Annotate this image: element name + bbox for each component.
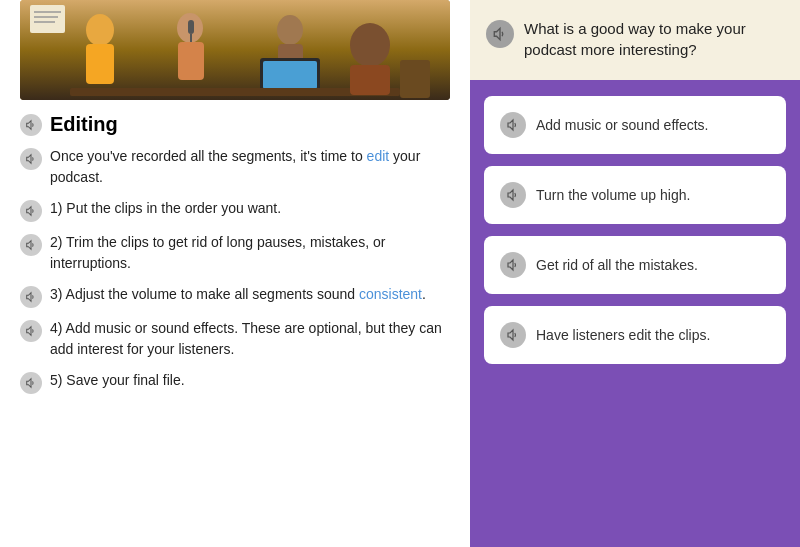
step3-item: 3) Adjust the volume to make all segment… — [20, 284, 450, 308]
step3-sound-icon[interactable] — [20, 286, 42, 308]
answer4-text: Have listeners edit the clips. — [536, 327, 710, 343]
question-sound-icon[interactable] — [486, 20, 514, 48]
heading-sound-icon[interactable] — [20, 114, 42, 136]
svg-rect-14 — [400, 60, 430, 98]
section-heading: Editing — [20, 112, 450, 136]
step5-sound-icon[interactable] — [20, 372, 42, 394]
svg-rect-2 — [86, 44, 114, 84]
answer-option-2[interactable]: Turn the volume up high. — [484, 166, 786, 224]
svg-rect-5 — [188, 20, 194, 34]
answers-area: Add music or sound effects. Turn the vol… — [470, 80, 800, 547]
hero-illustration — [20, 0, 450, 100]
intro-item: Once you've recorded all the segments, i… — [20, 146, 450, 188]
step2-text: 2) Trim the clips to get rid of long pau… — [50, 232, 450, 274]
answer3-sound-icon[interactable] — [500, 252, 526, 278]
step1-text: 1) Put the clips in the order you want. — [50, 198, 281, 219]
step2-sound-icon[interactable] — [20, 234, 42, 256]
answer-option-1[interactable]: Add music or sound effects. — [484, 96, 786, 154]
section-title: Editing — [50, 113, 118, 136]
step4-item: 4) Add music or sound effects. These are… — [20, 318, 450, 360]
right-panel: What is a good way to make your podcast … — [470, 0, 800, 547]
answer-option-4[interactable]: Have listeners edit the clips. — [484, 306, 786, 364]
step4-text: 4) Add music or sound effects. These are… — [50, 318, 450, 360]
answer2-sound-icon[interactable] — [500, 182, 526, 208]
step5-item: 5) Save your final file. — [20, 370, 450, 394]
hero-image — [20, 0, 450, 100]
svg-point-1 — [86, 14, 114, 46]
intro-text: Once you've recorded all the segments, i… — [50, 146, 450, 188]
step4-sound-icon[interactable] — [20, 320, 42, 342]
question-text: What is a good way to make your podcast … — [524, 18, 784, 60]
content-area: Editing Once you've recorded all the seg… — [0, 100, 470, 416]
answer4-sound-icon[interactable] — [500, 322, 526, 348]
step1-sound-icon[interactable] — [20, 200, 42, 222]
step1-item: 1) Put the clips in the order you want. — [20, 198, 450, 222]
answer-option-3[interactable]: Get rid of all the mistakes. — [484, 236, 786, 294]
svg-rect-15 — [30, 5, 65, 33]
answer1-text: Add music or sound effects. — [536, 117, 709, 133]
step5-text: 5) Save your final file. — [50, 370, 185, 391]
svg-point-7 — [277, 15, 303, 45]
svg-rect-10 — [263, 61, 317, 89]
intro-sound-icon[interactable] — [20, 148, 42, 170]
answer1-sound-icon[interactable] — [500, 112, 526, 138]
left-panel: Editing Once you've recorded all the seg… — [0, 0, 470, 547]
svg-rect-13 — [350, 65, 390, 95]
answer2-text: Turn the volume up high. — [536, 187, 690, 203]
edit-link[interactable]: edit — [367, 148, 390, 164]
step3-text: 3) Adjust the volume to make all segment… — [50, 284, 426, 305]
svg-point-12 — [350, 23, 390, 67]
answer3-text: Get rid of all the mistakes. — [536, 257, 698, 273]
step2-item: 2) Trim the clips to get rid of long pau… — [20, 232, 450, 274]
question-box: What is a good way to make your podcast … — [470, 0, 800, 80]
svg-rect-4 — [178, 42, 204, 80]
